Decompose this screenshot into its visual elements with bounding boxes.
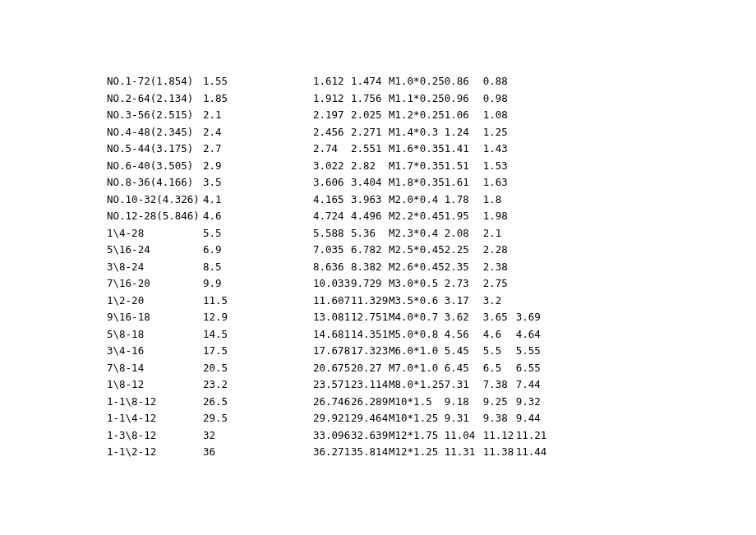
table-cell: M2.5*0.45 xyxy=(389,242,445,259)
table-cell: M3.0*0.5 xyxy=(389,275,445,293)
table-cell: 7\16-20 xyxy=(107,275,203,293)
table-cell: 9.31 xyxy=(445,410,483,427)
table-cell: 1-3\8-12 xyxy=(107,427,203,445)
table-cell: 29.464 xyxy=(351,410,389,427)
table-cell: M6.0*1.0 xyxy=(389,343,445,360)
table-cell: M7.0*1.0 xyxy=(389,360,445,377)
table-cell: 13.081 xyxy=(313,309,351,326)
table-cell: 9.32 xyxy=(516,394,549,411)
table-row: NO.8-36(4.166)3.53.6063.404M1.8*0.351.61… xyxy=(107,174,549,191)
table-cell: NO.2-64(2.134) xyxy=(107,90,203,108)
table-cell: 8.5 xyxy=(203,259,313,276)
table-cell: M10*1.5 xyxy=(389,394,445,411)
table-cell: 7.31 xyxy=(445,376,483,394)
table-cell: NO.8-36(4.166) xyxy=(107,174,203,191)
table-cell: 6.782 xyxy=(351,242,389,259)
table-cell: 1-1\2-12 xyxy=(107,444,203,461)
table-cell: 5.45 xyxy=(445,343,483,360)
table-cell: 4.1 xyxy=(203,191,313,209)
table-row: NO.10-32(4.326)4.14.1653.963M2.0*0.41.78… xyxy=(107,191,549,209)
table-cell: 3\4-16 xyxy=(107,343,203,360)
table-cell: 11.38 xyxy=(483,444,516,461)
table-cell: M1.4*0.3 xyxy=(389,124,445,141)
table-cell: 35.814 xyxy=(351,444,389,461)
table-cell xyxy=(516,242,549,259)
table-cell: 4.165 xyxy=(313,191,351,209)
table-cell: 2.197 xyxy=(313,107,351,124)
table-cell xyxy=(516,141,549,158)
table-cell: 14.681 xyxy=(313,326,351,344)
table-cell xyxy=(516,174,549,191)
table-cell: 2.28 xyxy=(483,242,516,259)
table-row: 3\4-1617.517.67817.323M6.0*1.05.455.55.5… xyxy=(107,343,549,360)
table-cell: 1-1\8-12 xyxy=(107,394,203,411)
table-cell: 14.5 xyxy=(203,326,313,344)
table-cell: 3\8-24 xyxy=(107,259,203,276)
table-cell: 3.404 xyxy=(351,174,389,191)
table-cell: 6.45 xyxy=(445,360,483,377)
table-cell: 4.724 xyxy=(313,208,351,225)
table-cell xyxy=(516,225,549,242)
table-cell: 36.271 xyxy=(313,444,351,461)
table-row: NO.2-64(2.134)1.851.9121.756M1.1*0.250.9… xyxy=(107,90,549,108)
table-cell xyxy=(516,107,549,124)
table-cell: M5.0*0.8 xyxy=(389,326,445,344)
table-cell: 11.44 xyxy=(516,444,549,461)
table-cell: 32.639 xyxy=(351,427,389,445)
table-cell: 10.033 xyxy=(313,275,351,293)
table-cell: M10*1.25 xyxy=(389,410,445,427)
table-cell: 9.25 xyxy=(483,394,516,411)
table-cell: NO.1-72(1.854) xyxy=(107,73,203,90)
table-cell xyxy=(516,73,549,90)
table-row: NO.12-28(5.846)4.64.7244.496M2.2*0.451.9… xyxy=(107,208,549,225)
table-row: NO.1-72(1.854)1.551.6121.474M1.0*0.250.8… xyxy=(107,73,549,90)
table-cell: 9.18 xyxy=(445,394,483,411)
table-cell: M8.0*1.25 xyxy=(389,376,445,394)
table-cell xyxy=(516,158,549,175)
table-cell: 12.9 xyxy=(203,309,313,326)
table-cell: M3.5*0.6 xyxy=(389,293,445,310)
table-cell: 1.61 xyxy=(445,174,483,191)
table-cell: 29.921 xyxy=(313,410,351,427)
table-cell: 3.65 xyxy=(483,309,516,326)
table-cell: 9.44 xyxy=(516,410,549,427)
table-cell: 0.96 xyxy=(445,90,483,108)
table-cell: 2.4 xyxy=(203,124,313,141)
table-row: 1\8-1223.223.57123.114M8.0*1.257.317.387… xyxy=(107,376,549,394)
table-cell: 17.323 xyxy=(351,343,389,360)
table-cell: 5.5 xyxy=(203,225,313,242)
table-cell: 9.729 xyxy=(351,275,389,293)
table-cell: M2.2*0.45 xyxy=(389,208,445,225)
table-cell: NO.5-44(3.175) xyxy=(107,141,203,158)
table-cell: 26.289 xyxy=(351,394,389,411)
table-cell: 23.2 xyxy=(203,376,313,394)
table-cell: 4.496 xyxy=(351,208,389,225)
table-cell: 20.5 xyxy=(203,360,313,377)
table-cell: M1.8*0.35 xyxy=(389,174,445,191)
table-cell: 1.53 xyxy=(483,158,516,175)
table-cell: M12*1.75 xyxy=(389,427,445,445)
table-cell xyxy=(516,191,549,209)
table-cell: 20.27 xyxy=(351,360,389,377)
table-cell: NO.12-28(5.846) xyxy=(107,208,203,225)
table-cell: 1-1\4-12 xyxy=(107,410,203,427)
table-cell: M1.6*0.35 xyxy=(389,141,445,158)
table-cell: 4.6 xyxy=(483,326,516,344)
table-cell: 2.38 xyxy=(483,259,516,276)
table-row: 7\8-1420.520.67520.27M7.0*1.06.456.56.55 xyxy=(107,360,549,377)
table-cell xyxy=(516,90,549,108)
table-cell: 1.24 xyxy=(445,124,483,141)
table-cell: 3.17 xyxy=(445,293,483,310)
table-cell: 5\8-18 xyxy=(107,326,203,344)
table-cell: 0.98 xyxy=(483,90,516,108)
table-cell: 26.5 xyxy=(203,394,313,411)
table-cell: 2.25 xyxy=(445,242,483,259)
table-cell: 8.382 xyxy=(351,259,389,276)
table-cell: 2.75 xyxy=(483,275,516,293)
table-cell: 1.43 xyxy=(483,141,516,158)
table-cell: 5\16-24 xyxy=(107,242,203,259)
table-cell: 2.1 xyxy=(203,107,313,124)
table-row: 1-1\2-123636.27135.814M12*1.2511.3111.38… xyxy=(107,444,549,461)
table-cell: M12*1.25 xyxy=(389,444,445,461)
table-cell: NO.6-40(3.505) xyxy=(107,158,203,175)
